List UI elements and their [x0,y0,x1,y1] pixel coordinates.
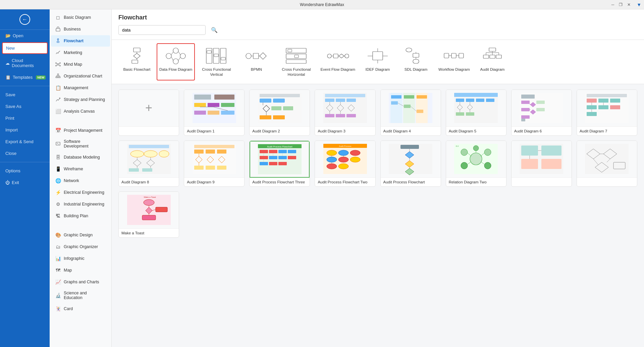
type-data-flow[interactable]: Data Flow Diagram [157,43,195,80]
nav-item-software-dev[interactable]: Software Development [51,136,110,151]
sidebar-templates[interactable]: 📋 Templates NEW [0,71,50,83]
nav-item-business[interactable]: Business [51,23,110,35]
svg-point-218 [327,150,337,156]
cloud-icon: ☁ [5,61,10,66]
svg-rect-162 [598,99,608,103]
open-icon: 📂 [5,33,11,38]
nav-item-card[interactable]: 🃏 Card [51,303,110,314]
sidebar-cloud[interactable]: ☁ Cloud Documents [0,55,50,71]
sidebar-save[interactable]: Save [0,89,50,101]
sidebar-options[interactable]: Options [0,165,50,177]
nav-item-industrial[interactable]: ⚙ Industrial Engineering [51,198,110,210]
template-audit-7[interactable]: Audit Diagram 7 [577,90,637,136]
type-basic-flowchart[interactable]: Basic Flowchart [118,43,155,80]
template-partial-2[interactable] [577,140,637,187]
sidebar-close[interactable]: Close [0,148,50,159]
svg-rect-107 [325,94,365,97]
template-make-toast[interactable]: Make a Toast Make a Toast [118,191,179,238]
nav-item-marketing[interactable]: Marketing [51,47,110,58]
sidebar-export[interactable]: Export & Send [0,136,50,148]
svg-rect-41 [214,54,218,57]
nav-item-graphs[interactable]: 📈 Graphs and Charts [51,276,110,288]
sidebar-new[interactable]: New [2,42,48,54]
template-audit-8[interactable]: Audit Diagram 8 [118,140,179,187]
back-button[interactable]: ← [19,14,30,25]
nav-item-science[interactable]: 🔬 Science and Education [51,288,110,303]
nav-item-building[interactable]: 🏗 Building Plan [51,210,110,222]
nav-item-network[interactable]: 🌐 Network [51,175,110,186]
sidebar-logo[interactable]: ← [0,9,50,30]
restore-button[interactable]: ❐ [618,2,624,7]
database-icon: 🗄 [55,154,61,160]
search-input[interactable] [118,25,206,35]
nav-item-wireframe[interactable]: 📱 Wireframe [51,163,110,175]
nav-item-strategy[interactable]: Strategy and Planning [51,94,110,105]
svg-point-225 [338,164,348,169]
svg-point-43 [246,53,251,59]
sidebar-save-as[interactable]: Save As [0,101,50,112]
svg-text:Audit Process Flowchart: Audit Process Flowchart [267,146,292,148]
type-cross-functional-vertical[interactable]: Cross Functional Vertical [196,43,236,80]
type-cross-functional-horizontal[interactable]: Cross Functional Horizontal [276,43,316,80]
template-audit-6[interactable]: Audit Diagram 6 [511,90,572,136]
type-audit[interactable]: Audit Diagram [474,43,511,80]
sidebar-open[interactable]: 📂 Open [0,30,50,42]
nav-item-map[interactable]: 🗺 Map [51,265,110,276]
nav-item-analysis[interactable]: ⬜ Analysis Canvas [51,106,110,117]
search-button[interactable]: 🔍 [208,25,220,35]
nav-item-graphic-design[interactable]: 🎨 Graphic Design [51,229,110,241]
svg-rect-165 [598,105,608,109]
close-button[interactable]: ✕ [626,2,632,7]
nav-item-flowchart[interactable]: Flowchart [51,35,110,47]
type-sdl[interactable]: SDL Diagram [397,43,434,80]
svg-rect-50 [286,60,306,63]
template-audit-3[interactable]: Audit Diagram 3 [315,90,375,136]
template-audit-process-two[interactable]: Audit Process Audit Process Flowchart Tw… [315,140,375,187]
add-new-template[interactable]: + [118,90,179,136]
type-event-flow[interactable]: Event Flow Diagram [318,43,358,80]
sidebar-import[interactable]: Import [0,124,50,136]
template-audit-9[interactable]: Audit Diagram 9 [184,140,245,187]
svg-rect-44 [253,53,259,59]
nav-item-electrical[interactable]: ⚡ Electrical Engineering [51,187,110,198]
template-audit-process-three[interactable]: Audit Process Flowchart [249,140,310,187]
svg-rect-49 [286,54,306,59]
type-bpmn[interactable]: BPMN [238,43,275,80]
type-workflow[interactable]: Workflow Diagram [436,43,473,80]
template-audit-2[interactable]: Audit Diagram 2 [249,90,310,136]
svg-rect-133 [454,93,498,123]
sidebar: ← 📂 Open New ☁ Cloud Documents 📋 Templat… [0,9,50,347]
nav-item-infographic[interactable]: 📊 Infographic [51,253,110,264]
template-audit-1[interactable]: Audit Diagram 1 [184,90,245,136]
nav-item-org-chart[interactable]: Organizational Chart [51,70,110,82]
svg-rect-52 [294,55,299,58]
svg-rect-135 [456,99,464,102]
nav-item-project-mgmt[interactable]: 📅 Project Management [51,125,110,136]
type-label-basic-flowchart: Basic Flowchart [123,67,150,72]
template-audit-4[interactable]: Audit Diagram 4 [380,90,441,136]
type-idef[interactable]: IDEF Diagram [359,43,396,80]
template-audit-process[interactable]: Audit Process Flowchart [380,140,441,187]
template-audit-5[interactable]: Audit Diagram 5 [446,90,506,136]
svg-rect-178 [129,168,139,172]
type-label-cross-functional-vertical: Cross Functional Vertical [199,67,234,77]
nav-item-mind-map[interactable]: Mind Map [51,59,110,70]
type-label-audit: Audit Diagram [480,67,505,72]
type-label-cross-functional-horizontal: Cross Functional Horizontal [279,67,314,77]
svg-line-35 [178,57,180,60]
nav-item-graphic-organizer[interactable]: 🗂 Graphic Organizer [51,241,110,252]
svg-rect-252 [541,146,561,156]
nav-item-management[interactable]: 📋 Management [51,82,110,94]
sdl-icon [404,47,428,65]
template-relation-two[interactable]: 8.0 Relation Diagram Two [446,140,506,187]
minimize-button[interactable]: ─ [610,2,616,7]
sidebar-exit[interactable]: ⏻ Exit [0,177,50,188]
svg-rect-0 [56,28,60,31]
sidebar-print[interactable]: Print [0,112,50,124]
svg-rect-164 [587,105,597,109]
svg-rect-108 [325,99,334,102]
nav-item-database[interactable]: 🗄 Database Modeling [51,152,110,163]
svg-rect-141 [456,112,464,116]
nav-item-basic-diagram[interactable]: ◻ Basic Diagram [51,12,110,23]
template-partial-1[interactable] [511,140,572,187]
